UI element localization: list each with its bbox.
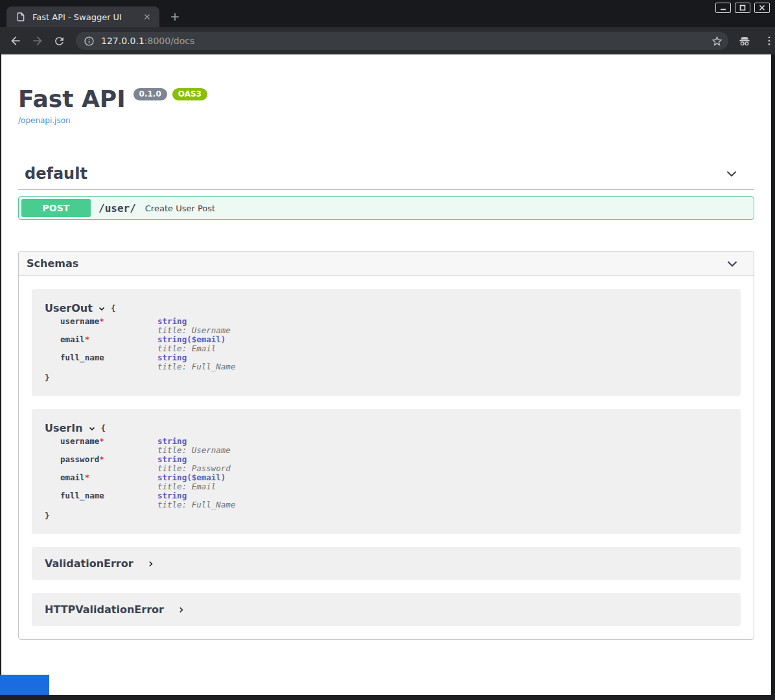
window-border-bottom bbox=[0, 695, 775, 700]
prop-name-cell: username* bbox=[60, 317, 157, 335]
prop-type: string($email) bbox=[157, 473, 226, 482]
prop-title: title: Full_Name bbox=[157, 500, 235, 509]
opblock-post-user[interactable]: POST /user/ Create User Post bbox=[18, 196, 754, 220]
model-validationerror[interactable]: ValidationError bbox=[32, 547, 741, 580]
version-badge: 0.1.0 bbox=[133, 88, 167, 100]
prop-type: string bbox=[157, 353, 235, 362]
url-text[interactable]: 127.0.0.1:8000/docs bbox=[101, 36, 711, 46]
model-name: HTTPValidationError bbox=[45, 603, 164, 616]
site-info-icon[interactable] bbox=[84, 36, 95, 47]
close-brace: } bbox=[45, 511, 728, 521]
window-border-left bbox=[0, 54, 1, 695]
prop-title: title: Email bbox=[157, 344, 226, 353]
chevron-down-icon[interactable] bbox=[87, 424, 97, 433]
required-star: * bbox=[85, 472, 90, 482]
prop-type: string($email) bbox=[157, 335, 226, 344]
url-bar[interactable]: 127.0.0.1:8000/docs bbox=[76, 32, 728, 50]
highlight-overlay bbox=[0, 675, 49, 695]
prop-row: username* stringtitle: Username bbox=[60, 317, 728, 335]
prop-row: email* string($email)title: Email bbox=[60, 335, 728, 353]
close-icon[interactable] bbox=[754, 3, 770, 13]
reload-icon[interactable] bbox=[53, 35, 65, 47]
chevron-down-icon[interactable] bbox=[97, 304, 106, 313]
prop-title: title: Username bbox=[157, 326, 231, 335]
prop-name-cell: full_name bbox=[60, 491, 157, 509]
badges: 0.1.0OAS3 bbox=[133, 88, 207, 100]
tab-close-icon[interactable] bbox=[141, 11, 153, 23]
maximize-icon[interactable] bbox=[735, 3, 750, 13]
chevron-down-icon[interactable] bbox=[724, 167, 739, 181]
prop-value-cell: stringtitle: Password bbox=[157, 455, 231, 473]
schemas-section: Schemas UserOut { bbox=[18, 251, 754, 640]
url-path: :8000/docs bbox=[145, 36, 195, 46]
window-controls bbox=[715, 3, 770, 13]
chevron-right-icon[interactable] bbox=[177, 605, 186, 614]
chevron-down-icon[interactable] bbox=[725, 257, 739, 271]
model-name: ValidationError bbox=[45, 557, 133, 570]
prop-title: title: Email bbox=[157, 482, 226, 491]
prop-row: email* string($email)title: Email bbox=[60, 473, 728, 491]
operation-summary: Create User Post bbox=[145, 204, 215, 213]
minimize-icon[interactable] bbox=[715, 3, 731, 13]
prop-type: string bbox=[157, 491, 235, 500]
forward-icon[interactable] bbox=[31, 34, 44, 47]
oas3-badge: OAS3 bbox=[172, 88, 207, 100]
browser-window: Fast API - Swagger UI bbox=[0, 0, 775, 700]
model-props: username* stringtitle: Username password… bbox=[60, 437, 728, 509]
incognito-icon bbox=[737, 34, 752, 48]
close-brace: } bbox=[45, 373, 728, 383]
required-star: * bbox=[99, 316, 104, 326]
prop-name-cell: username* bbox=[60, 437, 157, 455]
prop-name: full_name bbox=[60, 491, 104, 500]
open-brace: { bbox=[111, 303, 116, 313]
tag-section-default: default POST /user/ Create User Post bbox=[18, 165, 754, 220]
browser-tab[interactable]: Fast API - Swagger UI bbox=[6, 6, 159, 27]
prop-value-cell: stringtitle: Username bbox=[157, 317, 231, 335]
back-icon[interactable] bbox=[9, 34, 22, 47]
prop-value-cell: stringtitle: Username bbox=[157, 437, 231, 455]
prop-name: email bbox=[60, 334, 85, 344]
prop-type: string bbox=[157, 437, 231, 446]
prop-type: string bbox=[157, 317, 231, 326]
tab-title: Fast API - Swagger UI bbox=[32, 12, 141, 22]
model-userin-title-row[interactable]: UserIn { bbox=[45, 422, 728, 434]
page-title: Fast API bbox=[18, 86, 126, 112]
new-tab-icon[interactable] bbox=[168, 10, 181, 23]
prop-name: password bbox=[60, 454, 99, 464]
prop-name: username bbox=[60, 316, 99, 326]
model-userout: UserOut { username* stringtitle: Usernam… bbox=[32, 289, 741, 396]
model-name: UserOut bbox=[45, 302, 93, 314]
prop-name-cell: password* bbox=[60, 455, 157, 473]
toolbar-right bbox=[737, 34, 775, 48]
prop-row: full_name stringtitle: Full_Name bbox=[60, 491, 728, 509]
browser-toolbar: 127.0.0.1:8000/docs bbox=[0, 27, 775, 54]
required-star: * bbox=[85, 334, 90, 344]
required-star: * bbox=[99, 436, 104, 446]
model-userout-title-row[interactable]: UserOut { bbox=[45, 302, 728, 314]
bookmark-star-icon[interactable] bbox=[711, 35, 723, 47]
model-props: username* stringtitle: Username email* s… bbox=[60, 317, 728, 371]
api-info: Fast API0.1.0OAS3 /openapi.json bbox=[18, 86, 754, 126]
prop-name-cell: full_name bbox=[60, 353, 157, 371]
prop-title: title: Password bbox=[157, 464, 231, 473]
prop-name: email bbox=[60, 472, 85, 482]
prop-name-cell: email* bbox=[60, 335, 157, 353]
menu-kebab-icon[interactable] bbox=[763, 35, 775, 47]
prop-value-cell: string($email)title: Email bbox=[157, 335, 226, 353]
model-name: UserIn bbox=[45, 422, 83, 434]
schemas-body: UserOut { username* stringtitle: Usernam… bbox=[19, 276, 754, 639]
schemas-header[interactable]: Schemas bbox=[19, 251, 754, 276]
chevron-right-icon[interactable] bbox=[146, 559, 156, 568]
page-content: Fast API0.1.0OAS3 /openapi.json default … bbox=[1, 54, 771, 695]
openapi-spec-link[interactable]: /openapi.json bbox=[18, 116, 71, 125]
prop-row: username* stringtitle: Username bbox=[60, 437, 728, 455]
tag-section-header[interactable]: default bbox=[18, 165, 754, 190]
prop-row: full_name stringtitle: Full_Name bbox=[60, 353, 728, 371]
model-httpvalidationerror[interactable]: HTTPValidationError bbox=[32, 593, 741, 626]
document-icon bbox=[16, 12, 26, 22]
window-border-right bbox=[771, 54, 775, 695]
prop-name: full_name bbox=[60, 353, 104, 362]
operation-path: /user/ bbox=[98, 202, 136, 215]
prop-name-cell: email* bbox=[60, 473, 157, 491]
method-post-button[interactable]: POST bbox=[21, 199, 91, 217]
